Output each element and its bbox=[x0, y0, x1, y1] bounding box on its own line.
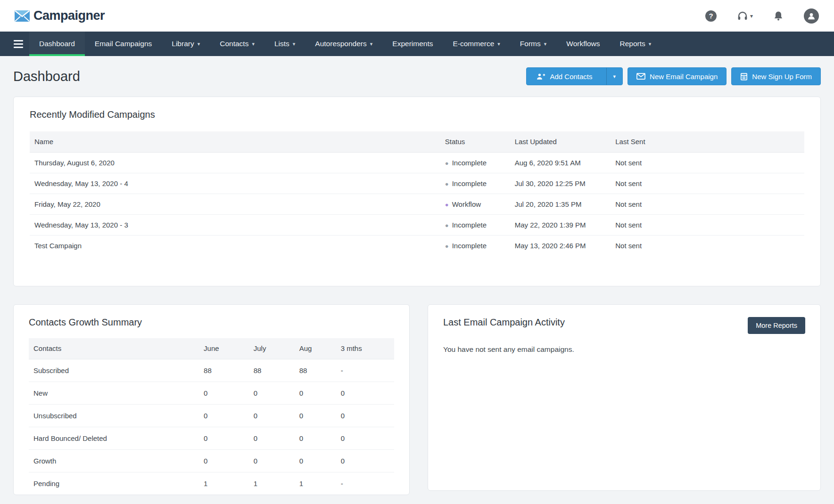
campaign-last-sent: Not sent bbox=[611, 152, 804, 173]
growth-3mths-value: 0 bbox=[336, 382, 394, 404]
nav-item[interactable]: Experiments bbox=[382, 32, 443, 56]
contacts-growth-title: Contacts Growth Summary bbox=[29, 317, 394, 328]
envelope-logo-icon bbox=[14, 10, 30, 22]
growth-july-value[interactable]: 0 bbox=[249, 404, 295, 427]
new-email-campaign-button[interactable]: New Email Campaign bbox=[628, 67, 727, 85]
activity-card-header: Last Email Campaign Activity More Report… bbox=[443, 317, 805, 334]
logo-text: Campaigner bbox=[33, 8, 105, 23]
growth-metric-label[interactable]: Pending bbox=[29, 472, 199, 495]
contacts-growth-row: Subscribed 88 88 88 - bbox=[29, 359, 394, 382]
campaign-last-sent: Not sent bbox=[611, 173, 804, 194]
campaigner-logo[interactable]: Campaigner bbox=[14, 8, 105, 23]
growth-metric-label[interactable]: New bbox=[29, 382, 199, 404]
status-dot-icon: ● bbox=[445, 243, 449, 250]
campaign-status: ●Incomplete bbox=[440, 235, 510, 256]
campaign-row[interactable]: Thursday, August 6, 2020 ●Incomplete Aug… bbox=[30, 152, 804, 173]
growth-july-value[interactable]: 88 bbox=[249, 359, 295, 382]
campaign-row[interactable]: Wednesday, May 13, 2020 - 3 ●Incomplete … bbox=[30, 214, 804, 235]
nav-item[interactable]: E-commerce ▾ bbox=[443, 32, 510, 56]
growth-july-value[interactable]: 0 bbox=[249, 449, 295, 472]
growth-aug-value[interactable]: 0 bbox=[295, 449, 336, 472]
campaign-row[interactable]: Wednesday, May 13, 2020 - 4 ●Incomplete … bbox=[30, 173, 804, 194]
nav-item-label: Reports bbox=[620, 40, 645, 48]
campaign-row[interactable]: Test Campaign ●Incomplete May 13, 2020 2… bbox=[30, 235, 804, 256]
contacts-growth-table: Contacts June July Aug 3 mths bbox=[29, 338, 394, 495]
growth-july-value[interactable]: 0 bbox=[249, 382, 295, 404]
headset-caret-icon: ▾ bbox=[750, 13, 753, 19]
growth-june-value[interactable]: 0 bbox=[199, 427, 249, 449]
status-dot-icon: ● bbox=[445, 180, 449, 187]
campaigns-card-title: Recently Modified Campaigns bbox=[30, 109, 804, 120]
chevron-down-icon: ▾ bbox=[370, 41, 373, 47]
status-label: Incomplete bbox=[452, 221, 487, 229]
growth-july-value[interactable]: 1 bbox=[249, 472, 295, 495]
campaign-status: ●Incomplete bbox=[440, 152, 510, 173]
growth-aug-value[interactable]: 0 bbox=[295, 427, 336, 449]
chevron-down-icon: ▾ bbox=[198, 41, 200, 47]
campaign-name[interactable]: Test Campaign bbox=[30, 235, 440, 256]
new-signup-form-label: New Sign Up Form bbox=[752, 73, 812, 81]
status-dot-icon: ● bbox=[445, 222, 449, 229]
growth-june-value[interactable]: 0 bbox=[199, 382, 249, 404]
campaign-name[interactable]: Thursday, August 6, 2020 bbox=[30, 152, 440, 173]
nav-item-label: Autoresponders bbox=[315, 40, 366, 48]
page-actions: Add Contacts ▾ New Email Campaign bbox=[526, 67, 821, 85]
activity-empty-message: You have not sent any email campaigns. bbox=[443, 345, 805, 354]
nav-item[interactable]: Contacts ▾ bbox=[210, 32, 264, 56]
campaign-name[interactable]: Wednesday, May 13, 2020 - 4 bbox=[30, 173, 440, 194]
growth-aug-value[interactable]: 0 bbox=[295, 382, 336, 404]
campaign-status: ●Incomplete bbox=[440, 214, 510, 235]
nav-item-label: Lists bbox=[274, 40, 289, 48]
campaigns-column-header: Name bbox=[30, 131, 440, 152]
growth-june-value[interactable]: 1 bbox=[199, 472, 249, 495]
campaign-last-updated: May 22, 2020 1:39 PM bbox=[510, 214, 611, 235]
growth-july-value[interactable]: 0 bbox=[249, 427, 295, 449]
user-avatar-icon[interactable] bbox=[804, 8, 819, 24]
chevron-down-icon: ▾ bbox=[252, 41, 255, 47]
growth-aug-value[interactable]: 0 bbox=[295, 404, 336, 427]
growth-metric-label[interactable]: Hard Bounced/ Deleted bbox=[29, 427, 199, 449]
nav-item[interactable]: Library ▾ bbox=[162, 32, 210, 56]
contacts-growth-header-row: Contacts June July Aug 3 mths bbox=[29, 338, 394, 359]
campaign-last-updated: May 13, 2020 2:46 PM bbox=[510, 235, 611, 256]
notifications-bell-icon[interactable] bbox=[773, 10, 784, 22]
status-label: Incomplete bbox=[452, 159, 487, 167]
more-reports-button[interactable]: More Reports bbox=[748, 317, 805, 334]
contacts-growth-column-header: July bbox=[249, 338, 295, 359]
chevron-down-icon: ▾ bbox=[293, 41, 296, 47]
growth-3mths-value: - bbox=[336, 472, 394, 495]
growth-aug-value[interactable]: 1 bbox=[295, 472, 336, 495]
campaign-name[interactable]: Friday, May 22, 2020 bbox=[30, 194, 440, 214]
growth-metric-label[interactable]: Unsubscribed bbox=[29, 404, 199, 427]
growth-metric-label[interactable]: Subscribed bbox=[29, 359, 199, 382]
nav-item[interactable]: Lists ▾ bbox=[264, 32, 305, 56]
main-navbar: Dashboard Email Campaigns Library ▾ Cont… bbox=[0, 32, 834, 56]
help-icon[interactable]: ? bbox=[705, 10, 717, 22]
contacts-growth-column-header: Aug bbox=[295, 338, 336, 359]
new-signup-form-button[interactable]: New Sign Up Form bbox=[731, 67, 821, 85]
growth-aug-value[interactable]: 88 bbox=[295, 359, 336, 382]
nav-item[interactable]: Email Campaigns bbox=[85, 32, 162, 56]
add-contacts-button[interactable]: Add Contacts ▾ bbox=[526, 67, 623, 85]
nav-item[interactable]: Forms ▾ bbox=[510, 32, 556, 56]
nav-item[interactable]: Workflows bbox=[556, 32, 610, 56]
nav-item[interactable]: Reports ▾ bbox=[610, 32, 661, 56]
growth-3mths-value: 0 bbox=[336, 404, 394, 427]
support-headset-icon[interactable]: ▾ bbox=[736, 10, 753, 22]
growth-june-value[interactable]: 0 bbox=[199, 449, 249, 472]
status-label: Incomplete bbox=[452, 179, 487, 187]
growth-june-value[interactable]: 0 bbox=[199, 404, 249, 427]
growth-metric-label[interactable]: Growth bbox=[29, 449, 199, 472]
growth-3mths-value: 0 bbox=[336, 427, 394, 449]
campaign-row[interactable]: Friday, May 22, 2020 ●Workflow Jul 20, 2… bbox=[30, 194, 804, 214]
nav-item[interactable]: Dashboard bbox=[29, 32, 85, 56]
campaign-name[interactable]: Wednesday, May 13, 2020 - 3 bbox=[30, 214, 440, 235]
status-dot-icon: ● bbox=[445, 201, 449, 208]
campaign-last-sent: Not sent bbox=[611, 214, 804, 235]
nav-item[interactable]: Autoresponders ▾ bbox=[305, 32, 382, 56]
campaign-last-updated: Jul 20, 2020 1:35 PM bbox=[510, 194, 611, 214]
hamburger-menu-icon[interactable] bbox=[8, 32, 29, 56]
add-contacts-caret-icon[interactable]: ▾ bbox=[606, 68, 623, 85]
growth-june-value[interactable]: 88 bbox=[199, 359, 249, 382]
campaign-last-sent: Not sent bbox=[611, 235, 804, 256]
